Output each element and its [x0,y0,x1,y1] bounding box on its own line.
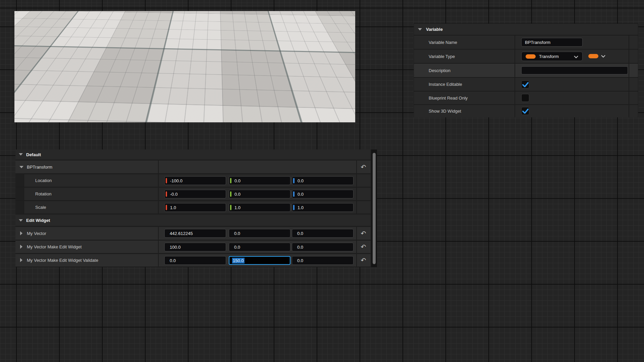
my-vector-make-edit-widget-validate-label: My Vector Make Edit Widget Validate [27,254,98,266]
mvmewv-z-value: 0.0 [297,258,303,263]
description-row: Description [414,64,638,77]
my-vector-x-field[interactable]: 442.612245 [164,229,226,238]
my-vector-make-edit-widget-row[interactable]: My Vector Make Edit Widget 100.0 0.0 0.0… [15,241,371,253]
chevron-down-icon [574,56,578,58]
container-type-chevron-down-icon[interactable] [601,55,605,58]
gizmo-x-axis-arrow[interactable] [152,53,172,54]
column-divider [515,64,515,77]
collapse-triangle-icon[interactable] [19,219,23,222]
variable-type-dropdown[interactable]: Transform [521,52,583,61]
exceed-max-length-label: Exceed max length:100 [190,96,235,101]
my-vector-make-edit-widget-validate-row[interactable]: My Vector Make Edit Widget Validate 0.0 … [15,254,371,266]
column-divider [158,254,159,266]
column-divider [356,174,357,187]
axis-x-color-bar [166,178,167,183]
scale-row: Scale 1.0 1.0 1.0 [15,201,371,214]
my-vector-y-field[interactable]: 0.0 [229,229,290,238]
reset-to-default-button[interactable]: ↶ [356,254,371,266]
scale-z-value: 1.0 [298,205,304,210]
bptransform-actor-label: BPTransform [46,55,71,60]
details-scrollbar-thumb[interactable] [373,153,376,264]
show-3d-widget-checkbox[interactable] [521,107,529,115]
scale-y-value: 1.0 [234,205,240,210]
collapse-triangle-icon[interactable] [418,28,422,31]
scale-z-field[interactable]: 1.0 [292,203,354,212]
column-divider [158,241,159,253]
show-3d-widget-row: Show 3D Widget [414,105,638,117]
details-scrollbar-track[interactable] [371,149,377,267]
blueprint-read-only-checkbox[interactable] [521,94,529,102]
my-vector-make-edit-widget-z-field[interactable]: 0.0 [292,243,354,251]
column-divider [515,92,515,104]
my-vector-z-value: 0.0 [297,231,303,236]
column-divider [515,50,515,63]
axis-x-color-bar [166,205,167,210]
column-divider [356,201,357,214]
default-category-title: Default [26,149,41,160]
axis-z-color-bar [293,178,294,183]
scale-x-field[interactable]: 1.0 [164,203,226,212]
column-divider [515,36,515,49]
rotation-z-field[interactable]: 0.0 [292,190,354,198]
edit-widget-category-header[interactable]: Edit Widget [15,215,371,226]
description-input[interactable] [521,66,628,74]
column-divider [158,201,159,214]
expand-triangle-icon[interactable] [20,231,22,235]
mvmewv-x-value: 0.0 [170,258,176,263]
location-z-field[interactable]: 0.0 [292,176,354,185]
expand-triangle-icon[interactable] [20,245,22,249]
rotation-z-value: 0.0 [298,192,304,197]
location-label: Location [35,174,52,187]
scale-label: Scale [35,201,46,214]
rotation-x-field[interactable]: -0.0 [164,190,226,198]
container-type-pill-icon[interactable] [588,54,598,58]
collapse-triangle-icon[interactable] [19,166,23,168]
my-vector-make-edit-widget-y-field[interactable]: 0.0 [229,243,290,251]
variable-name-label: Variable Name [429,36,457,49]
location-x-field[interactable]: -100.0 [164,176,226,185]
3d-viewport[interactable]: BPTransform [14,11,355,122]
rotation-x-value: -0.0 [170,192,177,197]
column-divider [629,64,629,77]
gizmo-center-dot[interactable] [149,52,153,56]
variable-section-header[interactable]: Variable [414,24,638,35]
default-category-header[interactable]: Default [15,149,371,160]
variable-section-title: Variable [426,24,443,35]
sphere-widget-with-gizmo[interactable] [125,20,203,88]
axis-z-color-bar [293,191,294,197]
reset-to-default-button[interactable]: ↶ [356,227,371,240]
my-vector-x-value: 442.612245 [170,231,193,236]
checkmark-icon [522,109,529,114]
blueprint-graph-background[interactable]: BPTransform [0,0,644,362]
column-divider [629,36,629,49]
my-vector-make-edit-widget-validate-y-field-focused[interactable]: 150.0 [229,256,290,265]
defaults-details-panel: Default BPTransform ↶ Location -100.0 0.… [15,149,377,267]
rotation-y-field[interactable]: 0.0 [229,190,290,198]
my-vector-row[interactable]: My Vector 442.612245 0.0 0.0 ↶ [15,227,371,240]
collapse-triangle-icon[interactable] [19,153,23,156]
my-vector-make-edit-widget-x-field[interactable]: 100.0 [164,243,226,251]
axis-x-color-bar [166,191,167,197]
mvmew-z-value: 0.0 [297,245,303,250]
transform-type-pill-icon [526,54,536,59]
column-divider [515,105,515,117]
indent-strip [15,188,24,200]
location-y-field[interactable]: 0.0 [229,176,290,185]
scale-y-field[interactable]: 1.0 [229,203,290,212]
variable-name-input[interactable]: BPTransform [521,38,583,47]
axis-z-color-bar [293,205,294,210]
instance-editable-checkbox[interactable] [521,80,529,88]
my-vector-make-edit-widget-label: My Vector Make Edit Widget [27,241,82,253]
column-divider [356,188,357,200]
expand-triangle-icon[interactable] [20,258,22,262]
reset-to-default-button[interactable]: ↶ [356,241,371,253]
my-vector-make-edit-widget-validate-z-field[interactable]: 0.0 [292,256,354,265]
my-vector-make-edit-widget-validate-x-field[interactable]: 0.0 [164,256,226,265]
indent-strip [15,201,24,214]
edit-widget-category-title: Edit Widget [26,215,50,226]
location-x-value: -100.0 [170,178,182,183]
bptransform-property-row[interactable]: BPTransform ↶ [15,161,371,173]
reset-to-default-button[interactable]: ↶ [356,161,371,173]
bptransform-property-label: BPTransform [27,161,52,173]
my-vector-z-field[interactable]: 0.0 [292,229,354,238]
